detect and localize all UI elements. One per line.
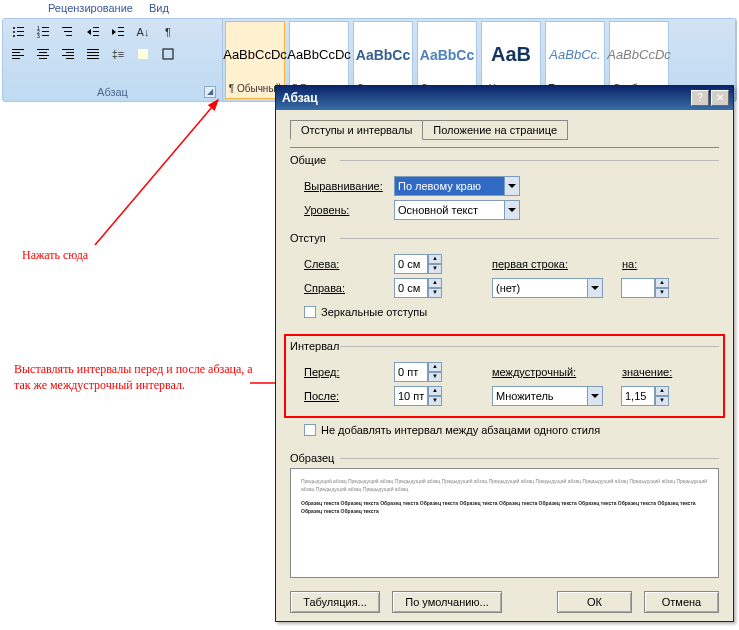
align-right-icon[interactable] (57, 44, 79, 64)
svg-rect-1 (17, 27, 24, 28)
svg-rect-16 (93, 31, 99, 32)
paragraph-dialog: Абзац ? ✕ Отступы и интервалы Положение … (275, 85, 734, 622)
level-combo[interactable] (394, 200, 520, 220)
indent-left-label: Слева: (304, 258, 394, 270)
tabs-button[interactable]: Табуляция... (290, 591, 380, 613)
numbering-icon[interactable]: 123 (32, 22, 54, 42)
dialog-title: Абзац (280, 91, 689, 105)
svg-rect-35 (87, 55, 99, 56)
firstline-label: первая строка: (492, 258, 592, 270)
decrease-indent-icon[interactable] (82, 22, 104, 42)
svg-rect-14 (66, 35, 72, 36)
svg-rect-29 (62, 49, 74, 50)
svg-line-39 (95, 100, 218, 245)
svg-rect-13 (64, 31, 72, 32)
spacing-before-label: Перед: (304, 366, 394, 378)
spacing-after-spinner[interactable]: ▲▼ (394, 386, 442, 406)
line-spacing-icon[interactable]: ‡≡ (107, 44, 129, 64)
close-button[interactable]: ✕ (711, 90, 729, 106)
alignment-combo[interactable] (394, 176, 520, 196)
svg-rect-36 (87, 58, 99, 59)
svg-rect-28 (39, 58, 47, 59)
general-group-label: Общие (290, 154, 719, 166)
svg-rect-20 (118, 35, 124, 36)
svg-rect-17 (93, 35, 99, 36)
paragraph-dialog-launcher[interactable]: ◢ (204, 86, 216, 98)
tab-indents[interactable]: Отступы и интервалы (290, 120, 423, 140)
no-add-space-checkbox[interactable] (304, 424, 316, 436)
shading-icon[interactable] (132, 44, 154, 64)
svg-rect-30 (66, 52, 74, 53)
line-spacing-combo[interactable] (492, 386, 603, 406)
paragraph-group-label: Абзац ◢ (7, 84, 218, 98)
svg-rect-18 (118, 27, 124, 28)
svg-rect-26 (39, 52, 47, 53)
line-at-label: значение: (622, 366, 682, 378)
indent-right-spinner[interactable]: ▲▼ (394, 278, 442, 298)
help-button[interactable]: ? (691, 90, 709, 106)
svg-rect-12 (62, 27, 72, 28)
indent-by-label: на: (622, 258, 656, 270)
indent-by-spinner[interactable]: ▲▼ (621, 278, 669, 298)
svg-rect-25 (37, 49, 49, 50)
svg-rect-34 (87, 52, 99, 53)
indent-left-spinner[interactable]: ▲▼ (394, 254, 442, 274)
mirror-indents-checkbox[interactable] (304, 306, 316, 318)
level-label: Уровень: (304, 204, 394, 216)
annotation-click-here: Нажать сюда (22, 248, 88, 264)
svg-rect-27 (37, 55, 49, 56)
svg-point-0 (13, 27, 15, 29)
borders-icon[interactable] (157, 44, 179, 64)
sort-icon[interactable]: A↓ (132, 22, 154, 42)
no-add-space-label: Не добавлять интервал между абзацами одн… (321, 424, 600, 436)
tab-view[interactable]: Вид (141, 0, 177, 16)
svg-rect-9 (42, 31, 49, 32)
ok-button[interactable]: ОК (557, 591, 632, 613)
default-button[interactable]: По умолчанию... (392, 591, 502, 613)
indent-right-label: Справа: (304, 282, 394, 294)
svg-rect-15 (93, 27, 99, 28)
increase-indent-icon[interactable] (107, 22, 129, 42)
tab-position[interactable]: Положение на странице (422, 120, 568, 140)
interval-group-label: Интервал (290, 340, 719, 352)
svg-rect-33 (87, 49, 99, 50)
multilevel-icon[interactable] (57, 22, 79, 42)
svg-rect-22 (12, 52, 20, 53)
svg-rect-31 (62, 55, 74, 56)
mirror-indents-label: Зеркальные отступы (321, 306, 427, 318)
cancel-button[interactable]: Отмена (644, 591, 719, 613)
align-center-icon[interactable] (32, 44, 54, 64)
svg-rect-11 (42, 35, 49, 36)
svg-rect-5 (17, 35, 24, 36)
svg-rect-21 (12, 49, 24, 50)
spacing-after-label: После: (304, 390, 394, 402)
line-spacing-label: междустрочный: (492, 366, 592, 378)
align-left-icon[interactable] (7, 44, 29, 64)
svg-rect-3 (17, 31, 24, 32)
svg-text:3: 3 (37, 33, 40, 39)
align-justify-icon[interactable] (82, 44, 104, 64)
svg-rect-23 (12, 55, 24, 56)
svg-rect-7 (42, 27, 49, 28)
firstline-combo[interactable] (492, 278, 603, 298)
svg-point-4 (13, 35, 15, 37)
line-at-spinner[interactable]: ▲▼ (621, 386, 669, 406)
tab-review[interactable]: Рецензирование (40, 0, 141, 16)
bullets-icon[interactable] (7, 22, 29, 42)
svg-rect-37 (138, 49, 148, 59)
svg-point-2 (13, 31, 15, 33)
svg-rect-24 (12, 58, 20, 59)
alignment-label: Выравнивание: (304, 180, 394, 192)
svg-rect-19 (118, 31, 124, 32)
annotation-intervals: Выставлять интервалы перед и после абзац… (14, 362, 254, 393)
show-marks-icon[interactable]: ¶ (157, 22, 179, 42)
spacing-before-spinner[interactable]: ▲▼ (394, 362, 442, 382)
svg-rect-32 (66, 58, 74, 59)
indent-group-label: Отступ (290, 232, 719, 244)
svg-rect-38 (163, 49, 173, 59)
preview-box: Предыдущий абзац Предыдущий абзац Предыд… (290, 468, 719, 578)
preview-group-label: Образец (290, 452, 719, 464)
